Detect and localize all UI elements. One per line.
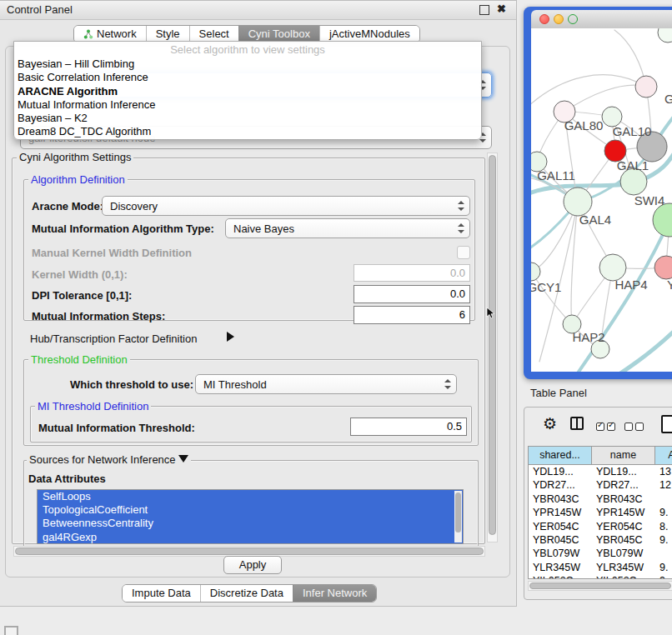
algorithm-option-dream8-dc-tdc-algorithm[interactable]: Dream8 DC_TDC Algorithm [14,125,481,138]
network-window-titlebar[interactable] [531,10,672,29]
tab-select[interactable]: Select [189,26,238,42]
show-checked-columns-icon[interactable] [596,419,618,434]
table-cell: 12 [655,478,672,492]
network-view-window: GALGAL80GAL10GAL1GAL11SWI4GAL4GCY1HAP4YH… [524,7,672,379]
tab-label: Infer Network [303,585,367,602]
node-label-gal10: GAL10 [613,124,652,138]
table-cell: 9. [655,561,672,574]
table-cell: 13 [655,465,672,478]
sources-group-title-text: Sources for Network Inference [29,453,176,466]
network-canvas[interactable]: GALGAL80GAL10GAL1GAL11SWI4GAL4GCY1HAP4YH… [531,28,672,372]
algorithm-dropdown-prompt: Select algorithm to view settings [14,42,481,58]
hide-columns-icon[interactable] [624,419,646,434]
settings-vertical-scrollbar[interactable] [487,152,498,542]
document-icon[interactable] [661,415,672,433]
table-cell [655,492,672,506]
combo-spinner-icon [458,223,464,233]
table-row[interactable]: YBR043CYBR043C [529,492,672,506]
table-cell: YIL052C [529,574,592,579]
window-close-icon[interactable] [539,14,549,24]
algorithm-definition-title: Algorithm Definition [28,173,128,186]
column-header-name[interactable]: name [592,447,655,464]
table-row[interactable]: YIL052CYIL052C9 [529,574,672,579]
tab-style[interactable]: Style [146,26,189,42]
attribute-item-betweennesscentrality[interactable]: BetweennessCentrality [38,517,463,530]
table-cell: 9 [655,574,672,579]
columns-icon[interactable] [570,417,584,430]
dock-grip-icon[interactable] [4,626,18,635]
table-horizontal-scrollbar[interactable] [528,581,672,591]
table-cell: YER054C [592,520,655,533]
table-cell: YER054C [529,520,592,533]
attribute-item-selfloops[interactable]: SelfLoops [38,490,463,503]
cyni-bottom-tabs: Impute DataDiscretize DataInfer Network [122,584,377,602]
attribute-item-gal4rgexp[interactable]: gal4RGexp [38,531,463,544]
node-label-gcy1: GCY1 [531,280,561,294]
dpi-tolerance-label: DPI Tolerance [0,1]: [32,289,132,302]
tab-cyni-toolbox[interactable]: Cyni Toolbox [238,26,319,42]
network-node[interactable] [658,28,672,42]
network-node[interactable] [564,188,592,216]
apply-button[interactable]: Apply [223,556,282,574]
attribute-item-topologicalcoefficient[interactable]: TopologicalCoefficient [38,503,463,517]
close-panel-icon[interactable]: ✖ [497,2,506,15]
algorithm-option-aracne-algorithm[interactable]: ARACNE Algorithm [14,85,481,98]
column-header-shared[interactable]: shared... [529,447,592,464]
table-row[interactable]: YPR145WYPR145W9. [529,506,672,519]
dpi-tolerance-field[interactable]: 0.0 [354,285,470,303]
table-row[interactable]: YBL079WYBL079W [529,547,672,560]
control-panel-title: Control Panel [7,3,73,16]
mi-steps-label: Mutual Information Steps: [32,310,165,322]
column-header-a[interactable]: A [655,447,672,464]
network-edge [604,324,672,372]
table-row[interactable]: YDL19...YDL19...13 [529,465,672,478]
table-body: YDL19...YDL19...13YDR27...YDR27...12YBR0… [529,465,672,579]
kernel-width-field[interactable]: 0.0 [354,264,470,282]
mi-threshold-label: Mutual Information Threshold: [38,422,195,434]
hub-section-label: Hub/Transcription Factor Definition [30,332,197,345]
table-toolbar: ⚙ [524,408,672,444]
network-node[interactable] [654,256,672,279]
tab-label: Cyni Toolbox [248,26,310,42]
attributes-vertical-scrollbar[interactable] [454,491,462,542]
table-row[interactable]: YER054CYER054C8. [529,520,672,533]
mouse-cursor-icon [486,307,496,320]
node-attribute-table[interactable]: shared...nameA YDL19...YDL19...13YDR27..… [528,446,672,579]
algorithm-option-basic-correlation-inference[interactable]: Basic Correlation Inference [14,71,481,84]
tab-infer-network[interactable]: Infer Network [293,585,376,602]
network-node[interactable] [531,262,540,281]
table-cell: 9. [655,533,672,547]
aracne-mode-label: Aracne Mode: [32,200,103,212]
float-window-icon[interactable] [479,5,489,15]
data-attributes-list[interactable]: SelfLoopsTopologicalCoefficientBetweenne… [37,489,464,544]
which-threshold-combobox[interactable]: MI Threshold [195,374,457,394]
control-panel-window: Control Panel ✖ NetworkStyleSelectCyni T… [0,0,517,607]
algorithm-option-bayesian-k2[interactable]: Bayesian – K2 [14,112,481,125]
algorithm-dropdown-list: Select algorithm to view settings Bayesi… [13,41,482,140]
window-minimize-icon[interactable] [554,14,564,24]
algorithm-option-mutual-information-inference[interactable]: Mutual Information Inference [14,98,481,112]
tab-jactivemnodules[interactable]: jActiveMNodules [319,26,419,42]
combo-spinner-icon [458,201,464,211]
table-row[interactable]: YBR045CYBR045C9. [529,533,672,547]
mi-steps-field[interactable]: 6 [354,306,470,324]
table-row[interactable]: YDR27...YDR27...12 [529,478,672,492]
table-row[interactable]: YLR345WYLR345W9. [529,561,672,574]
tab-impute-data[interactable]: Impute Data [123,585,200,602]
collapse-section-icon[interactable] [178,455,188,462]
control-panel-titlebar: Control Panel ✖ [0,1,516,20]
tab-discretize-data[interactable]: Discretize Data [200,585,293,602]
algorithm-option-bayesian-hill-climbing[interactable]: Bayesian – Hill Climbing [14,58,481,71]
window-zoom-icon[interactable] [568,14,578,24]
network-node[interactable] [653,203,672,237]
expand-section-icon[interactable] [227,332,234,342]
mi-threshold-field[interactable]: 0.5 [350,418,467,436]
tab-label: jActiveMNodules [329,26,410,42]
node-label-gal: GAL [664,92,672,106]
gear-icon[interactable]: ⚙ [543,414,557,433]
aracne-mode-combobox[interactable]: Discovery [102,196,470,216]
mi-type-combobox[interactable]: Naive Bayes [225,218,470,238]
network-node[interactable] [635,76,657,98]
tab-network[interactable]: Network [74,26,146,42]
manual-kernel-checkbox[interactable] [457,246,470,259]
